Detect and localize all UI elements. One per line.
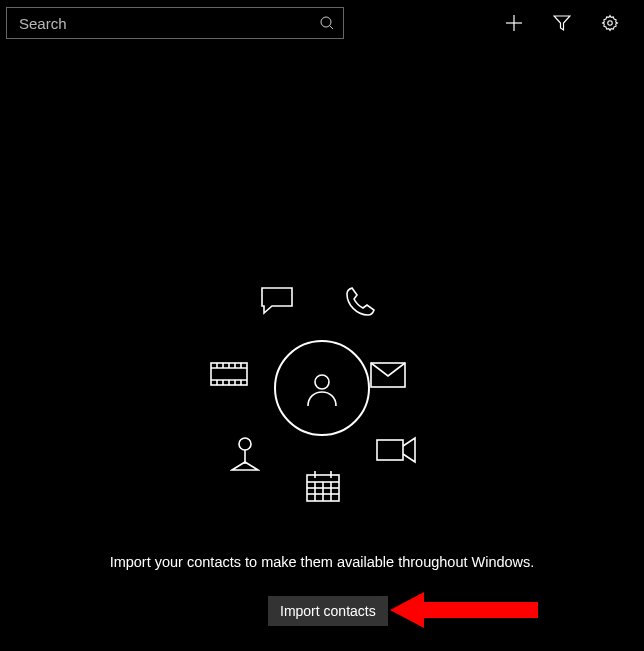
- search-input[interactable]: [17, 14, 319, 33]
- top-bar: [0, 0, 644, 40]
- svg-rect-8: [377, 440, 403, 460]
- annotation-arrow: [390, 582, 540, 642]
- chat-icon: [260, 286, 294, 316]
- svg-point-18: [239, 438, 251, 450]
- svg-point-6: [315, 375, 329, 389]
- filter-button[interactable]: [538, 7, 586, 39]
- person-circle: [274, 340, 370, 436]
- mail-icon: [370, 362, 406, 388]
- search-icon[interactable]: [319, 15, 335, 31]
- svg-point-5: [608, 21, 613, 26]
- person-icon: [302, 368, 342, 408]
- phone-icon: [344, 286, 376, 318]
- calendar-icon: [306, 470, 340, 502]
- svg-marker-33: [390, 592, 538, 628]
- empty-state-graphic: [0, 272, 644, 522]
- add-button[interactable]: [490, 7, 538, 39]
- svg-line-1: [323, 19, 331, 27]
- video-icon: [376, 436, 416, 464]
- hint-text: Import your contacts to make them availa…: [0, 554, 644, 570]
- filmstrip-icon: [210, 362, 248, 386]
- search-box[interactable]: [6, 7, 344, 39]
- map-pin-icon: [230, 436, 260, 472]
- svg-line-2: [330, 26, 334, 30]
- import-contacts-button[interactable]: Import contacts: [268, 596, 388, 626]
- settings-button[interactable]: [586, 7, 634, 39]
